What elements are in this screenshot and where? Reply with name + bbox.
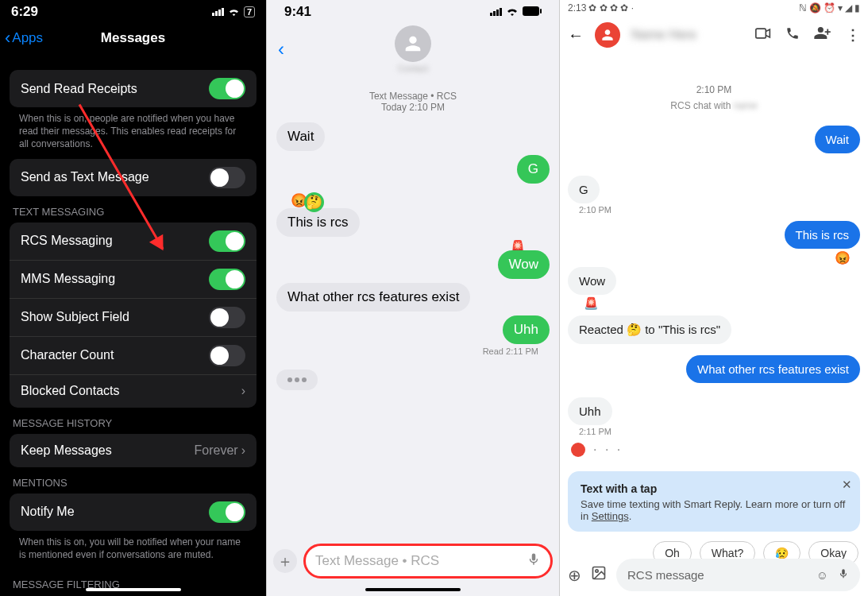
keep-messages-value: Forever — [195, 443, 238, 458]
message-input[interactable]: Text Message • RCS — [303, 544, 553, 579]
show-subject-row[interactable]: Show Subject Field — [10, 298, 257, 336]
keep-messages-row[interactable]: Keep Messages Forever › — [10, 434, 257, 467]
add-button[interactable]: ⊕ — [568, 566, 581, 585]
contact-avatar[interactable] — [595, 22, 620, 48]
message-sent: G — [276, 153, 550, 185]
more-icon[interactable]: ⋮ — [846, 26, 860, 45]
smart-reply-tip: ✕ Text with a tap Save time texting with… — [568, 471, 860, 532]
wifi-icon: ▾ — [838, 2, 843, 14]
clock: 9:41 — [284, 4, 311, 20]
nav-bar: ‹ Apps Messages — [0, 22, 266, 54]
row-label: Notify Me — [21, 505, 75, 519]
row-label: Character Count — [21, 348, 114, 362]
page-title: Messages — [101, 30, 165, 46]
input-placeholder: Text Message • RCS — [315, 553, 439, 569]
rcs-chat-label: RCS chat with name — [560, 100, 868, 111]
chat-thread: Wait G 😡 🤔 This is rcs 🚨 Wow What other … — [267, 121, 559, 390]
back-button[interactable]: ‹ — [278, 38, 284, 60]
home-indicator[interactable] — [86, 588, 181, 591]
character-count-row[interactable]: Character Count — [10, 336, 257, 374]
back-button[interactable]: ← — [568, 26, 584, 45]
status-bar: 6:29 7 — [0, 0, 266, 22]
reaction-angry: 😡 — [568, 250, 860, 265]
appbar-actions: ⋮ — [755, 26, 860, 45]
notify-me-toggle[interactable] — [209, 501, 245, 523]
chevron-left-icon: ‹ — [5, 28, 10, 48]
back-button[interactable]: ‹ Apps — [5, 28, 43, 48]
read-receipt: Read 2:11 PM — [276, 346, 550, 356]
notify-me-footer: When this is on, you will be notified wh… — [0, 531, 266, 569]
video-call-icon[interactable] — [755, 26, 771, 45]
thread-meta: Text Message • RCS Today 2:10 PM — [267, 91, 559, 113]
reaction-cluster[interactable]: 😡 🤔 — [291, 192, 560, 212]
settings-link[interactable]: Settings — [592, 510, 629, 522]
cellular-icon — [490, 8, 502, 16]
send-as-text-row[interactable]: Send as Text Message — [10, 159, 257, 196]
text-messaging-header: TEXT MESSAGING — [0, 196, 266, 223]
message-received: Uhh — [568, 397, 860, 425]
phone-icon[interactable] — [785, 26, 800, 45]
home-indicator[interactable] — [365, 588, 461, 591]
msg-time: 2:11 PM — [579, 427, 860, 436]
battery-icon — [523, 4, 542, 20]
message-received: Wow — [568, 267, 860, 295]
svg-rect-2 — [756, 29, 766, 38]
text-messaging-group: RCS Messaging MMS Messaging Show Subject… — [10, 223, 257, 408]
read-receipts-toggle[interactable] — [209, 78, 245, 99]
nfc-icon: ℕ — [799, 2, 807, 14]
angry-emoji-icon[interactable]: 😡 — [835, 251, 851, 265]
message-sent: This is rcs — [568, 221, 860, 249]
typing-avatar-icon — [571, 443, 585, 457]
mic-icon[interactable] — [527, 551, 541, 571]
reaction-siren: 🚨 — [568, 296, 860, 311]
add-attachment-button[interactable]: ＋ — [273, 549, 297, 573]
subject-toggle[interactable] — [209, 307, 245, 328]
send-as-text-toggle[interactable] — [209, 167, 245, 188]
row-label: Keep Messages — [21, 443, 112, 458]
compose-bar: ＋ Text Message • RCS — [273, 544, 553, 579]
read-receipts-footer: When this is on, people are notified whe… — [0, 107, 266, 159]
input-placeholder: RCS message — [627, 568, 704, 582]
signal-icon: ◢ — [845, 2, 852, 14]
mms-messaging-row[interactable]: MMS Messaging — [10, 260, 257, 298]
battery-icon: ▮ — [854, 2, 860, 14]
tip-body: Save time texting with Smart Reply. Lear… — [581, 498, 847, 522]
close-tip-button[interactable]: ✕ — [842, 478, 852, 492]
thread-type: Text Message • RCS — [267, 91, 559, 102]
message-received: What other rcs features exist — [276, 281, 550, 313]
row-label: RCS Messaging — [21, 234, 113, 248]
contact-name-blurred: Contact — [395, 64, 431, 73]
svg-rect-1 — [540, 9, 542, 14]
rcs-messaging-row[interactable]: RCS Messaging — [10, 223, 257, 260]
message-input[interactable]: RCS message ☺ — [616, 559, 860, 591]
send-read-receipts-row[interactable]: Send Read Receipts — [10, 70, 257, 107]
read-receipts-group: Send Read Receipts — [10, 70, 257, 107]
chat-thread: Wait G 2:10 PM This is rcs 😡 Wow 🚨 React… — [560, 126, 868, 457]
svg-point-3 — [818, 26, 824, 32]
mic-icon[interactable] — [838, 567, 849, 583]
cellular-icon — [212, 8, 224, 16]
emoji-icon[interactable]: ☺ — [816, 568, 828, 582]
contact-avatar[interactable] — [395, 25, 431, 62]
rcs-toggle[interactable] — [209, 230, 245, 252]
siren-emoji-icon[interactable]: 🚨 — [584, 296, 599, 310]
row-label: Send Read Receipts — [21, 82, 137, 96]
blocked-contacts-row[interactable]: Blocked Contacts › — [10, 374, 257, 408]
alarm-icon: ⏰ — [824, 2, 835, 14]
keep-messages-group: Keep Messages Forever › — [10, 434, 257, 467]
mentions-header: MENTIONS — [0, 467, 266, 493]
message-sent: What other rcs features exist — [568, 355, 860, 383]
wifi-icon — [506, 4, 519, 20]
status-bar: 9:41 — [267, 0, 559, 22]
thinking-emoji-icon: 🤔 — [304, 192, 324, 212]
add-person-icon[interactable] — [814, 26, 831, 45]
gallery-button[interactable] — [591, 565, 607, 585]
tip-title: Text with a tap — [581, 482, 847, 495]
compose-bar: ⊕ RCS message ☺ — [568, 559, 860, 591]
notify-me-row[interactable]: Notify Me — [10, 493, 257, 531]
svg-rect-0 — [523, 6, 539, 16]
char-count-toggle[interactable] — [209, 345, 245, 366]
message-sent: Uhh — [276, 314, 550, 346]
contact-name-blurred[interactable]: Name Here — [631, 28, 744, 42]
mms-toggle[interactable] — [209, 269, 245, 290]
